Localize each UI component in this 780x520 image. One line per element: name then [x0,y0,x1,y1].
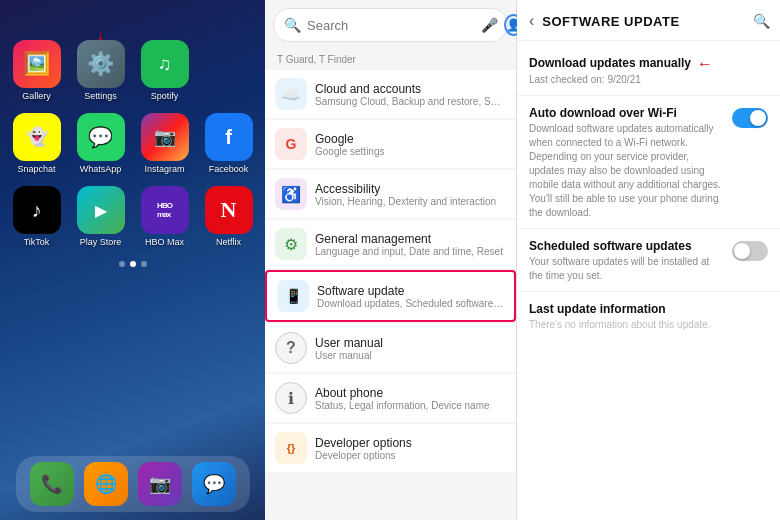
last-update-title: Last update information [529,302,768,316]
scheduled-title: Scheduled software updates [529,239,724,253]
settings-item-developer[interactable]: {} Developer options Developer options [265,424,516,472]
scheduled-subtitle: Your software updates will be installed … [529,255,724,283]
phone-panel: 🖼️ Gallery ↓ ⚙️ Settings ♫ Spotify 👻 Sna… [0,0,265,520]
accessibility-icon: ♿ [275,178,307,210]
settings-item-google[interactable]: G Google Google settings [265,120,516,168]
auto-download-section: Auto download over Wi-Fi Download softwa… [517,96,780,229]
software-title: Software update [317,284,504,298]
dock-phone[interactable]: 📞 [30,462,74,506]
general-icon: ⚙ [275,228,307,260]
settings-item-cloud[interactable]: ☁️ Cloud and accounts Samsung Cloud, Bac… [265,70,516,118]
last-update-section: Last update information There's no infor… [517,292,780,340]
settings-item-accessibility[interactable]: ♿ Accessibility Vision, Hearing, Dexteri… [265,170,516,218]
app-icon-tiktok[interactable]: ♪ TikTok [9,186,65,247]
aboutphone-subtitle: Status, Legal information, Device name [315,400,506,411]
auto-download-title: Auto download over Wi-Fi [529,106,724,120]
accessibility-subtitle: Vision, Hearing, Dexterity and interacti… [315,196,506,207]
page-dots [119,261,147,267]
scheduled-section: Scheduled software updates Your software… [517,229,780,292]
scheduled-toggle-knob [734,243,750,259]
general-subtitle: Language and input, Date and time, Reset [315,246,506,257]
app-icon-facebook[interactable]: f Facebook [201,113,257,174]
aboutphone-icon: ℹ [275,382,307,414]
update-search-icon[interactable]: 🔍 [753,13,770,29]
google-subtitle: Google settings [315,146,506,157]
app-icon-whatsapp[interactable]: 💬 WhatsApp [73,113,129,174]
app-icon-instagram[interactable]: 📷 Instagram [137,113,193,174]
update-panel: ‹ SOFTWARE UPDATE 🔍 Download updates man… [517,0,780,520]
download-manual-section[interactable]: Download updates manually ← Last checked… [517,45,780,96]
dock-messages[interactable]: 💬 [192,462,236,506]
settings-item-usermanual[interactable]: ? User manual User manual [265,324,516,372]
software-update-icon: 📱 [277,280,309,312]
cloud-subtitle: Samsung Cloud, Backup and restore, Smart… [315,96,506,107]
last-update-subtitle: There's no information about this update… [529,319,768,330]
developer-subtitle: Developer options [315,450,506,461]
download-manual-title: Download updates manually [529,56,691,70]
google-title: Google [315,132,506,146]
general-title: General management [315,232,506,246]
settings-panel: 🔍 🎤 👤 T Guard, T Finder ☁️ Cloud and acc… [265,0,517,520]
app-icon-netflix[interactable]: N Netflix [201,186,257,247]
usermanual-title: User manual [315,336,506,350]
dot-3 [141,261,147,267]
auto-download-toggle[interactable] [732,108,768,128]
settings-item-general[interactable]: ⚙ General management Language and input,… [265,220,516,268]
google-icon: G [275,128,307,160]
app-icon-hbomax[interactable]: HBOmax HBO Max [137,186,193,247]
cloud-icon: ☁️ [275,78,307,110]
toggle-knob [750,110,766,126]
tguard-label: T Guard, T Finder [265,50,516,69]
red-arrow-indicator: ↓ [97,26,105,44]
update-content: Download updates manually ← Last checked… [517,41,780,520]
dot-1 [119,261,125,267]
search-icon: 🔍 [284,17,301,33]
app-icon-gallery[interactable]: 🖼️ Gallery [9,40,65,101]
dock-internet[interactable]: 🌐 [84,462,128,506]
cloud-title: Cloud and accounts [315,82,506,96]
dock-camera[interactable]: 📷 [138,462,182,506]
dock: 📞 🌐 📷 💬 [16,456,250,512]
download-manual-subtitle: Last checked on: 9/20/21 [529,73,713,87]
update-header: ‹ SOFTWARE UPDATE 🔍 [517,0,780,41]
app-grid: 🖼️ Gallery ↓ ⚙️ Settings ♫ Spotify 👻 Sna… [9,40,257,247]
search-input[interactable] [307,18,475,33]
dot-2 [130,261,136,267]
usermanual-icon: ? [275,332,307,364]
app-icon-playstore[interactable]: ▶ Play Store [73,186,129,247]
app-icon-spotify[interactable]: ♫ Spotify [137,40,193,101]
accessibility-title: Accessibility [315,182,506,196]
back-button[interactable]: ‹ [527,10,536,32]
settings-item-software[interactable]: 📱 Software update Download updates, Sche… [265,270,516,322]
red-arrow-download: ← [697,55,713,73]
settings-item-aboutphone[interactable]: ℹ About phone Status, Legal information,… [265,374,516,422]
aboutphone-title: About phone [315,386,506,400]
developer-title: Developer options [315,436,506,450]
developer-icon: {} [275,432,307,464]
mic-icon[interactable]: 🎤 [481,17,498,33]
search-bar[interactable]: 🔍 🎤 👤 [273,8,508,42]
scheduled-toggle[interactable] [732,241,768,261]
app-icon-settings[interactable]: ↓ ⚙️ Settings [73,40,129,101]
auto-download-subtitle: Download software updates automatically … [529,122,724,220]
software-subtitle: Download updates, Scheduled software up.… [317,298,504,309]
update-panel-title: SOFTWARE UPDATE [542,14,747,29]
app-icon-snapchat[interactable]: 👻 Snapchat [9,113,65,174]
usermanual-subtitle: User manual [315,350,506,361]
